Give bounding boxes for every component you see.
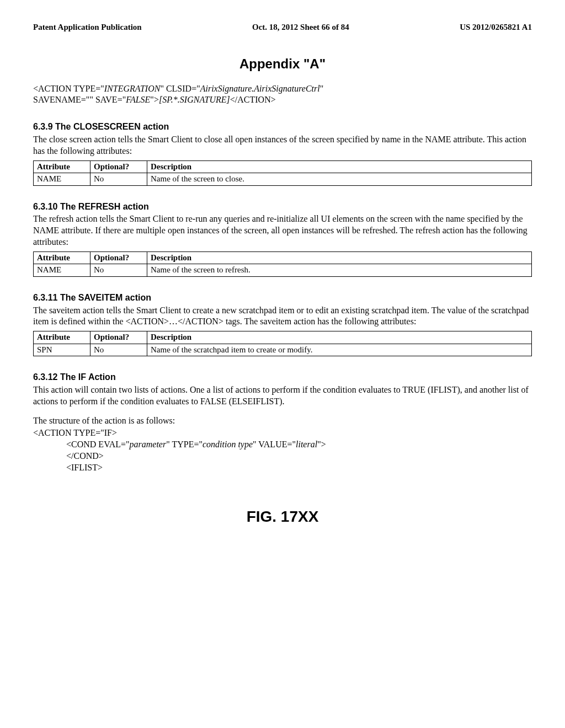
col-attribute: Attribute — [34, 251, 90, 264]
table-row: NAME No Name of the screen to close. — [34, 173, 532, 186]
header-center: Oct. 18, 2012 Sheet 66 of 84 — [252, 22, 349, 33]
section-639-table: Attribute Optional? Description NAME No … — [33, 160, 532, 186]
table-row: SPN No Name of the scratchpad item to cr… — [34, 344, 532, 356]
section-6311-heading: 6.3.11 The SAVEITEM action — [33, 292, 532, 304]
col-attribute: Attribute — [34, 331, 90, 344]
col-description: Description — [147, 331, 532, 344]
table-header-row: Attribute Optional? Description — [34, 160, 532, 173]
header-left: Patent Application Publication — [33, 22, 142, 33]
section-639-paragraph: The close screen action tells the Smart … — [33, 134, 532, 157]
table-row: NAME No Name of the screen to refresh. — [34, 264, 532, 277]
section-639-heading: 6.3.9 The CLOSESCREEN action — [33, 121, 532, 133]
col-optional: Optional? — [90, 251, 147, 264]
col-description: Description — [147, 251, 532, 264]
table-header-row: Attribute Optional? Description — [34, 331, 532, 344]
table-header-row: Attribute Optional? Description — [34, 251, 532, 264]
header-right: US 2012/0265821 A1 — [460, 22, 532, 33]
col-optional: Optional? — [90, 160, 147, 173]
section-6312-paragraph-1: This action will contain two lists of ac… — [33, 384, 532, 408]
section-6311-table: Attribute Optional? Description SPN No N… — [33, 331, 532, 356]
col-attribute: Attribute — [34, 160, 90, 173]
col-optional: Optional? — [90, 331, 147, 344]
if-code-line-4: <IFLIST> — [66, 462, 532, 474]
code-example-line2: SAVENAME="" SAVE="FALSE">[SP.*.SIGNATURE… — [33, 94, 532, 106]
section-6312-heading: 6.3.12 The IF Action — [33, 372, 532, 383]
page-header: Patent Application Publication Oct. 18, … — [33, 22, 532, 33]
section-6310-table: Attribute Optional? Description NAME No … — [33, 251, 532, 277]
section-6310-heading: 6.3.10 The REFRESH action — [33, 201, 532, 213]
code-example-line1: <ACTION TYPE="INTEGRATION" CLSID="AirixS… — [33, 83, 532, 95]
col-description: Description — [147, 160, 532, 173]
figure-label: FIG. 17XX — [33, 507, 532, 527]
if-code-line-3: </COND> — [66, 451, 532, 462]
section-6310-paragraph: The refresh action tells the Smart Clien… — [33, 213, 532, 248]
if-code-line-2: <COND EVAL="parameter" TYPE="condition t… — [66, 439, 532, 451]
section-6312-paragraph-2: The structure of the action is as follow… — [33, 415, 532, 427]
if-code-line-1: <ACTION TYPE="IF> — [33, 427, 532, 439]
appendix-title: Appendix "A" — [33, 55, 532, 72]
section-6311-paragraph: The saveitem action tells the Smart Clie… — [33, 305, 532, 328]
